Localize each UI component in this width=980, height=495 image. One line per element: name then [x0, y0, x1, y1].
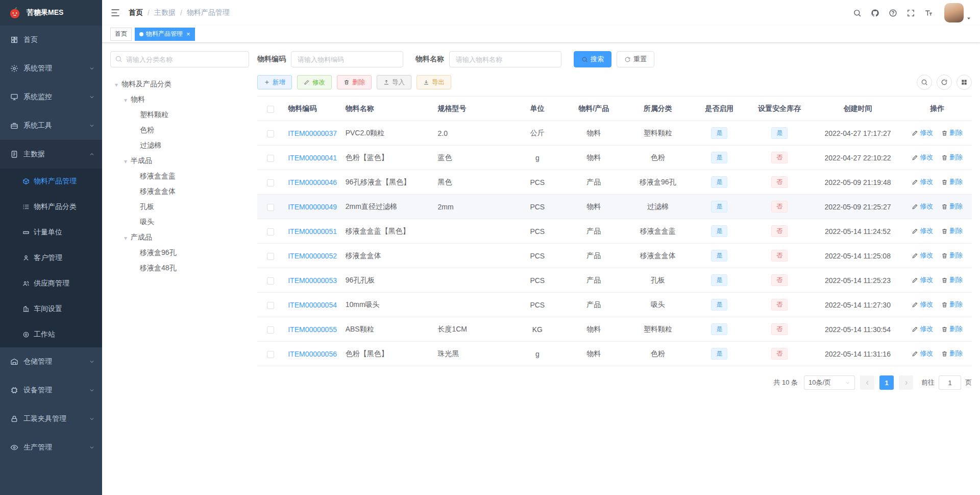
user-menu[interactable] [944, 3, 972, 22]
row-checkbox[interactable] [267, 204, 274, 211]
material-name-input[interactable] [449, 51, 561, 67]
github-icon[interactable] [871, 9, 879, 17]
row-checkbox[interactable] [267, 179, 274, 186]
edit-link[interactable]: 修改 [912, 349, 933, 358]
select-all-checkbox[interactable] [267, 106, 274, 113]
sidebar-item-supplier-management[interactable]: 供应商管理 [0, 271, 102, 296]
sidebar-item-system-management[interactable]: 系统管理 [0, 54, 102, 83]
material-code-link[interactable]: ITEM00000041 [288, 154, 337, 162]
breadcrumb-home[interactable]: 首页 [129, 8, 143, 17]
sidebar-item-measurement-unit[interactable]: 计量单位 [0, 220, 102, 245]
delete-link[interactable]: 删除 [941, 275, 963, 285]
sidebar-item-workstation[interactable]: 工作站 [0, 322, 102, 347]
search-toggle-button[interactable] [917, 75, 932, 90]
sidebar-item-system-monitor[interactable]: 系统监控 [0, 83, 102, 111]
material-code-link[interactable]: ITEM00000055 [288, 325, 337, 334]
sidebar-item-home[interactable]: 首页 [0, 26, 102, 54]
row-checkbox[interactable] [267, 302, 274, 309]
fullscreen-icon[interactable] [906, 9, 915, 17]
material-code-link[interactable]: ITEM00000046 [288, 178, 337, 186]
delete-link[interactable]: 删除 [941, 153, 963, 162]
category-search-input[interactable] [110, 51, 249, 67]
material-code-link[interactable]: ITEM00000037 [288, 129, 337, 137]
delete-link[interactable]: 删除 [941, 226, 963, 235]
tree-node-plate[interactable]: 孔板 [110, 199, 249, 215]
next-page-button[interactable] [899, 375, 913, 390]
material-code-input[interactable] [291, 51, 403, 67]
tree-node-semi-finished[interactable]: 半成品 [110, 153, 249, 169]
row-checkbox[interactable] [267, 155, 274, 162]
tab-material-product-management[interactable]: 物料产品管理 [135, 28, 195, 41]
edit-link[interactable]: 修改 [912, 251, 933, 260]
sidebar-item-customer-management[interactable]: 客户管理 [0, 245, 102, 271]
page-size-select[interactable]: 10条/页 [804, 375, 855, 390]
font-size-icon[interactable] [924, 9, 933, 17]
delete-link[interactable]: 删除 [941, 202, 963, 211]
delete-link[interactable]: 删除 [941, 251, 963, 260]
row-checkbox[interactable] [267, 351, 274, 358]
delete-link[interactable]: 删除 [941, 128, 963, 137]
material-code-link[interactable]: ITEM00000054 [288, 301, 337, 309]
sidebar-item-equipment-management[interactable]: 设备管理 [0, 376, 102, 405]
tree-node-root[interactable]: 物料及产品分类 [110, 77, 249, 92]
app-logo[interactable]: 苦糖果MES [0, 0, 102, 26]
sidebar-item-master-data[interactable]: 主数据 [0, 140, 102, 169]
tab-home[interactable]: 首页 [110, 28, 132, 41]
export-button[interactable]: 导出 [416, 75, 451, 89]
row-checkbox[interactable] [267, 326, 274, 334]
tree-node-pipette-box-96[interactable]: 移液盒96孔 [110, 245, 249, 261]
help-icon[interactable] [889, 9, 897, 17]
page-number-1[interactable]: 1 [879, 375, 894, 390]
edit-link[interactable]: 修改 [912, 128, 933, 137]
import-button[interactable]: 导入 [377, 75, 411, 89]
delete-link[interactable]: 删除 [941, 177, 963, 186]
row-checkbox[interactable] [267, 228, 274, 235]
edit-link[interactable]: 修改 [912, 202, 933, 211]
material-code-link[interactable]: ITEM00000053 [288, 276, 337, 285]
edit-link[interactable]: 修改 [912, 153, 933, 162]
edit-button[interactable]: 修改 [297, 75, 332, 89]
material-code-link[interactable]: ITEM00000052 [288, 252, 337, 260]
material-code-link[interactable]: ITEM00000056 [288, 350, 337, 358]
column-settings-button[interactable] [957, 75, 972, 90]
tree-node-tip[interactable]: 吸头 [110, 215, 249, 230]
close-tab-icon[interactable] [186, 31, 190, 37]
sidebar-item-warehouse-management[interactable]: 仓储管理 [0, 347, 102, 376]
tree-node-pipette-box-lid[interactable]: 移液盒盒盖 [110, 169, 249, 184]
edit-link[interactable]: 修改 [912, 177, 933, 186]
sidebar-item-material-product-category[interactable]: 物料产品分类 [0, 194, 102, 220]
add-button[interactable]: 新增 [257, 75, 292, 89]
material-code-link[interactable]: ITEM00000049 [288, 203, 337, 211]
delete-link[interactable]: 删除 [941, 324, 963, 334]
edit-link[interactable]: 修改 [912, 300, 933, 309]
tree-node-finished[interactable]: 产成品 [110, 230, 249, 245]
edit-link[interactable]: 修改 [912, 226, 933, 235]
search-button[interactable]: 搜索 [574, 51, 611, 67]
tree-node-filter-cotton[interactable]: 过滤棉 [110, 138, 249, 153]
material-code-link[interactable]: ITEM00000051 [288, 227, 337, 235]
hamburger-icon[interactable] [110, 8, 120, 18]
tree-node-material[interactable]: 物料 [110, 92, 249, 107]
row-checkbox[interactable] [267, 277, 274, 285]
sidebar-item-system-tools[interactable]: 系统工具 [0, 111, 102, 140]
refresh-button[interactable] [937, 75, 952, 90]
delete-button[interactable]: 删除 [337, 75, 372, 89]
row-checkbox[interactable] [267, 130, 274, 137]
sidebar-item-workshop-settings[interactable]: 车间设置 [0, 296, 102, 322]
prev-page-button[interactable] [860, 375, 874, 390]
goto-page-input[interactable] [939, 375, 961, 390]
sidebar-item-production-management[interactable]: 生产管理 [0, 433, 102, 462]
sidebar-item-material-product-management[interactable]: 物料产品管理 [0, 169, 102, 194]
delete-link[interactable]: 删除 [941, 349, 963, 358]
delete-link[interactable]: 删除 [941, 300, 963, 309]
reset-button[interactable]: 重置 [617, 51, 654, 67]
sidebar-item-fixture-management[interactable]: 工装夹具管理 [0, 405, 102, 433]
row-checkbox[interactable] [267, 253, 274, 260]
tree-node-pigment[interactable]: 色粉 [110, 123, 249, 138]
tree-node-pipette-box-body[interactable]: 移液盒盒体 [110, 184, 249, 199]
tree-node-pipette-box-48[interactable]: 移液盒48孔 [110, 261, 249, 276]
search-icon[interactable] [853, 9, 862, 17]
tree-node-plastic-pellet[interactable]: 塑料颗粒 [110, 107, 249, 123]
edit-link[interactable]: 修改 [912, 275, 933, 285]
edit-link[interactable]: 修改 [912, 324, 933, 334]
